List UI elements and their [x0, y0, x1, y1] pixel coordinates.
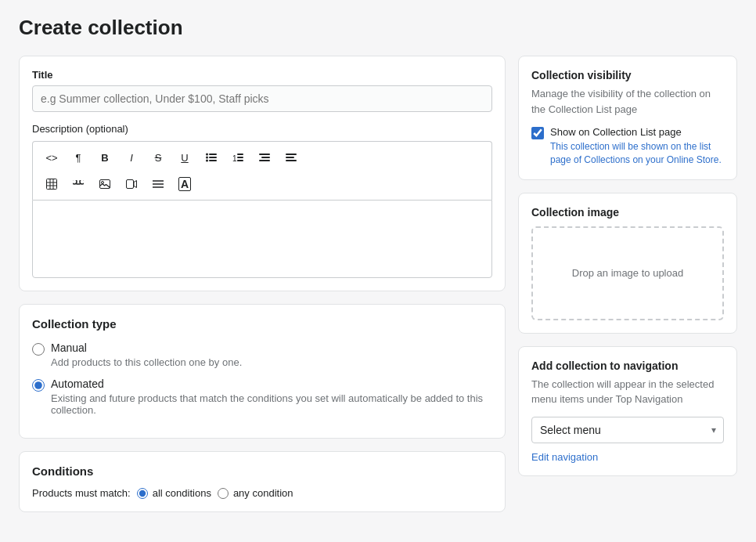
description-editor[interactable]	[32, 200, 492, 278]
image-drop-zone[interactable]: Drop an image to upload	[531, 226, 724, 320]
svg-rect-5	[209, 160, 217, 161]
all-conditions-label: all conditions	[153, 487, 211, 499]
underline-icon[interactable]: U	[172, 146, 197, 168]
automated-radio[interactable]	[32, 379, 45, 392]
show-collection-sublabel: This collection will be shown on the lis…	[550, 140, 724, 167]
unordered-list-icon[interactable]	[199, 146, 224, 168]
svg-rect-13	[286, 154, 297, 155]
show-collection-label: Show on Collection List page	[550, 126, 724, 138]
visibility-title: Collection visibility	[531, 69, 724, 81]
products-match-label: Products must match:	[32, 487, 131, 499]
svg-point-4	[206, 160, 208, 162]
table-icon[interactable]	[39, 173, 64, 195]
manual-radio[interactable]	[32, 343, 45, 356]
products-match-row: Products must match: all conditions any …	[32, 487, 492, 499]
svg-rect-7	[237, 154, 243, 155]
title-description-card: Title Description (optional) <> ¶ B I S …	[19, 56, 506, 291]
italic-icon[interactable]: I	[119, 146, 144, 168]
text-format-icon[interactable]: A	[172, 173, 197, 195]
svg-rect-8	[237, 157, 243, 158]
horizontal-rule-icon[interactable]	[146, 173, 171, 195]
code-icon[interactable]: <>	[39, 146, 64, 168]
side-column: Collection visibility Manage the visibil…	[518, 56, 737, 476]
indent-right-icon[interactable]	[279, 146, 304, 168]
conditions-title: Conditions	[32, 464, 492, 478]
title-label: Title	[32, 69, 492, 81]
svg-rect-10	[259, 154, 270, 155]
svg-point-0	[206, 154, 208, 156]
video-icon[interactable]	[119, 173, 144, 195]
edit-navigation-link[interactable]: Edit navigation	[531, 451, 598, 463]
svg-rect-3	[209, 157, 217, 158]
paragraph-icon[interactable]: ¶	[66, 146, 91, 168]
automated-label: Automated	[51, 378, 492, 390]
radio-option-automated: Automated Existing and future products t…	[32, 378, 492, 416]
description-label: Description (optional)	[32, 123, 492, 135]
editor-toolbar: <> ¶ B I S U	[32, 141, 492, 200]
visibility-desc: Manage the visibility of the collection …	[531, 86, 724, 117]
navigation-title: Add collection to navigation	[531, 360, 724, 372]
svg-rect-9	[237, 160, 243, 161]
show-collection-checkbox[interactable]	[531, 127, 544, 139]
layout-container: Title Description (optional) <> ¶ B I S …	[19, 56, 737, 512]
indent-left-icon[interactable]	[252, 146, 277, 168]
navigation-desc: The collection will appear in the select…	[531, 377, 724, 407]
image-icon[interactable]	[92, 173, 117, 195]
collection-image-card: Collection image Drop an image to upload	[518, 193, 737, 334]
conditions-card: Conditions Products must match: all cond…	[19, 451, 506, 512]
collection-type-card: Collection type Manual Add products to t…	[19, 304, 506, 439]
svg-rect-23	[127, 180, 134, 189]
add-to-navigation-card: Add collection to navigation The collect…	[518, 346, 737, 476]
any-condition-radio[interactable]	[218, 488, 229, 499]
manual-label: Manual	[51, 341, 242, 354]
svg-rect-1	[209, 154, 217, 155]
all-conditions-radio[interactable]	[137, 488, 148, 499]
visibility-checkbox-row: Show on Collection List page This collec…	[531, 126, 724, 167]
any-condition-option[interactable]: any condition	[218, 487, 293, 499]
strikethrough-icon[interactable]: S	[146, 146, 171, 168]
select-menu-wrapper: Select menu ▾	[531, 417, 724, 443]
radio-option-manual: Manual Add products to this collection o…	[32, 341, 492, 368]
svg-rect-11	[261, 157, 270, 158]
svg-rect-15	[286, 160, 297, 161]
link-icon[interactable]	[66, 173, 91, 195]
manual-desc: Add products to this collection one by o…	[51, 356, 242, 368]
all-conditions-option[interactable]: all conditions	[137, 487, 211, 499]
svg-rect-21	[100, 180, 110, 189]
svg-rect-12	[259, 160, 270, 161]
svg-point-2	[206, 157, 208, 159]
image-drop-text: Drop an image to upload	[572, 267, 683, 279]
ordered-list-icon[interactable]: 1.	[225, 146, 250, 168]
select-menu[interactable]: Select menu	[531, 417, 724, 443]
svg-rect-16	[47, 179, 57, 190]
automated-desc: Existing and future products that match …	[51, 392, 492, 416]
page-title: Create collection	[19, 16, 737, 40]
collection-type-title: Collection type	[32, 317, 492, 331]
svg-rect-14	[286, 157, 294, 158]
any-condition-label: any condition	[233, 487, 293, 499]
title-input[interactable]	[32, 85, 492, 112]
collection-visibility-card: Collection visibility Manage the visibil…	[518, 56, 737, 180]
bold-icon[interactable]: B	[92, 146, 117, 168]
collection-image-title: Collection image	[531, 206, 724, 219]
main-column: Title Description (optional) <> ¶ B I S …	[19, 56, 506, 512]
